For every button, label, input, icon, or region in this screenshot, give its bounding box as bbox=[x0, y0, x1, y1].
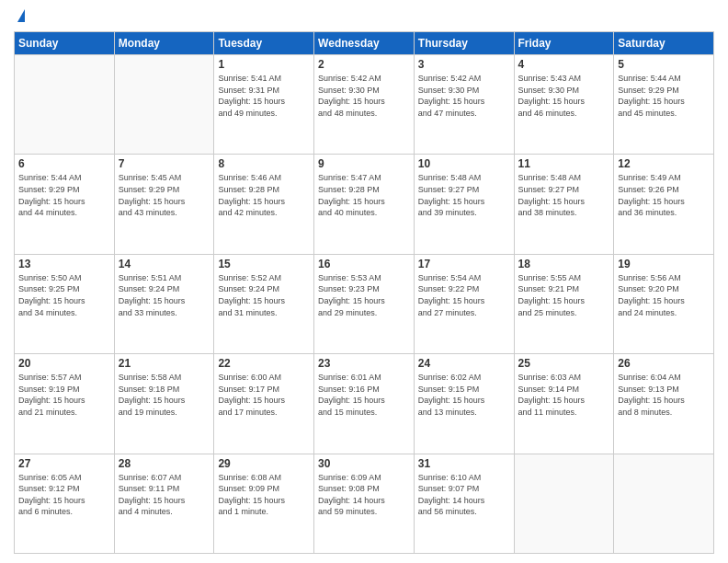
day-info: Sunrise: 5:44 AM Sunset: 9:29 PM Dayligh… bbox=[618, 73, 710, 119]
day-info: Sunrise: 5:57 AM Sunset: 9:19 PM Dayligh… bbox=[18, 372, 110, 418]
day-number: 19 bbox=[618, 258, 710, 270]
day-number: 14 bbox=[119, 258, 210, 270]
day-number: 18 bbox=[518, 258, 610, 270]
day-info: Sunrise: 5:46 AM Sunset: 9:28 PM Dayligh… bbox=[218, 172, 310, 218]
week-row-1: 1Sunrise: 5:41 AM Sunset: 9:31 PM Daylig… bbox=[15, 55, 714, 155]
day-number: 4 bbox=[518, 58, 610, 71]
weekday-header-row: SundayMondayTuesdayWednesdayThursdayFrid… bbox=[15, 32, 714, 55]
day-number: 29 bbox=[218, 457, 310, 470]
calendar-cell: 29Sunrise: 6:08 AM Sunset: 9:09 PM Dayli… bbox=[214, 454, 314, 553]
day-number: 17 bbox=[418, 258, 510, 270]
day-info: Sunrise: 6:09 AM Sunset: 9:08 PM Dayligh… bbox=[318, 472, 410, 518]
day-info: Sunrise: 5:55 AM Sunset: 9:21 PM Dayligh… bbox=[518, 272, 610, 318]
calendar-cell: 16Sunrise: 5:53 AM Sunset: 9:23 PM Dayli… bbox=[314, 254, 415, 353]
calendar-cell: 21Sunrise: 5:58 AM Sunset: 9:18 PM Dayli… bbox=[114, 354, 214, 454]
calendar-cell bbox=[614, 454, 714, 553]
day-info: Sunrise: 5:56 AM Sunset: 9:20 PM Dayligh… bbox=[618, 272, 710, 318]
day-number: 8 bbox=[218, 157, 310, 170]
day-number: 9 bbox=[318, 157, 410, 170]
calendar-cell: 13Sunrise: 5:50 AM Sunset: 9:25 PM Dayli… bbox=[15, 254, 115, 353]
day-number: 11 bbox=[518, 157, 610, 170]
calendar-cell: 15Sunrise: 5:52 AM Sunset: 9:24 PM Dayli… bbox=[214, 254, 314, 353]
day-info: Sunrise: 6:03 AM Sunset: 9:14 PM Dayligh… bbox=[518, 372, 610, 418]
day-number: 2 bbox=[318, 58, 410, 71]
weekday-header-thursday: Thursday bbox=[414, 32, 514, 55]
day-number: 27 bbox=[18, 457, 110, 470]
calendar-cell: 1Sunrise: 5:41 AM Sunset: 9:31 PM Daylig… bbox=[214, 55, 314, 155]
calendar-cell: 8Sunrise: 5:46 AM Sunset: 9:28 PM Daylig… bbox=[214, 155, 314, 254]
weekday-header-friday: Friday bbox=[514, 32, 614, 55]
day-info: Sunrise: 5:47 AM Sunset: 9:28 PM Dayligh… bbox=[318, 172, 410, 218]
calendar-cell: 2Sunrise: 5:42 AM Sunset: 9:30 PM Daylig… bbox=[314, 55, 415, 155]
day-number: 22 bbox=[218, 357, 310, 370]
calendar-cell: 4Sunrise: 5:43 AM Sunset: 9:30 PM Daylig… bbox=[514, 55, 614, 155]
page: SundayMondayTuesdayWednesdayThursdayFrid… bbox=[0, 0, 728, 563]
logo-triangle-icon bbox=[17, 9, 25, 22]
day-number: 10 bbox=[418, 157, 510, 170]
day-info: Sunrise: 5:42 AM Sunset: 9:30 PM Dayligh… bbox=[318, 73, 410, 119]
calendar-cell bbox=[114, 55, 214, 155]
day-number: 28 bbox=[119, 457, 210, 470]
day-info: Sunrise: 5:48 AM Sunset: 9:27 PM Dayligh… bbox=[418, 172, 510, 218]
day-info: Sunrise: 5:43 AM Sunset: 9:30 PM Dayligh… bbox=[518, 73, 610, 119]
day-number: 5 bbox=[618, 58, 710, 71]
calendar-cell: 14Sunrise: 5:51 AM Sunset: 9:24 PM Dayli… bbox=[114, 254, 214, 353]
day-info: Sunrise: 5:41 AM Sunset: 9:31 PM Dayligh… bbox=[218, 73, 310, 119]
weekday-header-monday: Monday bbox=[114, 32, 214, 55]
calendar-cell: 18Sunrise: 5:55 AM Sunset: 9:21 PM Dayli… bbox=[514, 254, 614, 353]
day-number: 15 bbox=[218, 258, 310, 270]
calendar-cell: 6Sunrise: 5:44 AM Sunset: 9:29 PM Daylig… bbox=[15, 155, 115, 254]
weekday-header-tuesday: Tuesday bbox=[214, 32, 314, 55]
day-number: 7 bbox=[119, 157, 210, 170]
day-info: Sunrise: 6:02 AM Sunset: 9:15 PM Dayligh… bbox=[418, 372, 510, 418]
weekday-header-wednesday: Wednesday bbox=[314, 32, 415, 55]
day-info: Sunrise: 6:08 AM Sunset: 9:09 PM Dayligh… bbox=[218, 472, 310, 518]
day-number: 13 bbox=[18, 258, 110, 270]
calendar-cell: 30Sunrise: 6:09 AM Sunset: 9:08 PM Dayli… bbox=[314, 454, 415, 553]
calendar-cell bbox=[514, 454, 614, 553]
calendar-cell: 23Sunrise: 6:01 AM Sunset: 9:16 PM Dayli… bbox=[314, 354, 415, 454]
day-info: Sunrise: 5:54 AM Sunset: 9:22 PM Dayligh… bbox=[418, 272, 510, 318]
week-row-3: 13Sunrise: 5:50 AM Sunset: 9:25 PM Dayli… bbox=[15, 254, 714, 353]
day-info: Sunrise: 6:10 AM Sunset: 9:07 PM Dayligh… bbox=[418, 472, 510, 518]
day-number: 24 bbox=[418, 357, 510, 370]
day-number: 26 bbox=[618, 357, 710, 370]
calendar-cell: 28Sunrise: 6:07 AM Sunset: 9:11 PM Dayli… bbox=[114, 454, 214, 553]
day-info: Sunrise: 6:07 AM Sunset: 9:11 PM Dayligh… bbox=[119, 472, 210, 518]
weekday-header-sunday: Sunday bbox=[15, 32, 115, 55]
weekday-header-saturday: Saturday bbox=[614, 32, 714, 55]
calendar-cell: 10Sunrise: 5:48 AM Sunset: 9:27 PM Dayli… bbox=[414, 155, 514, 254]
day-info: Sunrise: 5:52 AM Sunset: 9:24 PM Dayligh… bbox=[218, 272, 310, 318]
calendar-cell: 12Sunrise: 5:49 AM Sunset: 9:26 PM Dayli… bbox=[614, 155, 714, 254]
day-number: 1 bbox=[218, 58, 310, 71]
calendar-cell: 24Sunrise: 6:02 AM Sunset: 9:15 PM Dayli… bbox=[414, 354, 514, 454]
calendar-cell: 11Sunrise: 5:48 AM Sunset: 9:27 PM Dayli… bbox=[514, 155, 614, 254]
calendar-cell: 26Sunrise: 6:04 AM Sunset: 9:13 PM Dayli… bbox=[614, 354, 714, 454]
week-row-5: 27Sunrise: 6:05 AM Sunset: 9:12 PM Dayli… bbox=[15, 454, 714, 553]
day-info: Sunrise: 5:44 AM Sunset: 9:29 PM Dayligh… bbox=[18, 172, 110, 218]
calendar-cell: 9Sunrise: 5:47 AM Sunset: 9:28 PM Daylig… bbox=[314, 155, 415, 254]
day-info: Sunrise: 5:42 AM Sunset: 9:30 PM Dayligh… bbox=[418, 73, 510, 119]
day-info: Sunrise: 6:05 AM Sunset: 9:12 PM Dayligh… bbox=[18, 472, 110, 518]
calendar-cell: 3Sunrise: 5:42 AM Sunset: 9:30 PM Daylig… bbox=[414, 55, 514, 155]
day-info: Sunrise: 5:53 AM Sunset: 9:23 PM Dayligh… bbox=[318, 272, 410, 318]
day-number: 3 bbox=[418, 58, 510, 71]
day-info: Sunrise: 5:51 AM Sunset: 9:24 PM Dayligh… bbox=[119, 272, 210, 318]
calendar-cell: 17Sunrise: 5:54 AM Sunset: 9:22 PM Dayli… bbox=[414, 254, 514, 353]
calendar-cell: 25Sunrise: 6:03 AM Sunset: 9:14 PM Dayli… bbox=[514, 354, 614, 454]
calendar-cell bbox=[15, 55, 115, 155]
day-number: 12 bbox=[618, 157, 710, 170]
day-info: Sunrise: 5:50 AM Sunset: 9:25 PM Dayligh… bbox=[18, 272, 110, 318]
day-info: Sunrise: 5:48 AM Sunset: 9:27 PM Dayligh… bbox=[518, 172, 610, 218]
day-info: Sunrise: 5:58 AM Sunset: 9:18 PM Dayligh… bbox=[119, 372, 210, 418]
header bbox=[14, 9, 714, 24]
calendar-table: SundayMondayTuesdayWednesdayThursdayFrid… bbox=[14, 31, 714, 554]
day-info: Sunrise: 6:00 AM Sunset: 9:17 PM Dayligh… bbox=[218, 372, 310, 418]
calendar-cell: 20Sunrise: 5:57 AM Sunset: 9:19 PM Dayli… bbox=[15, 354, 115, 454]
calendar-cell: 22Sunrise: 6:00 AM Sunset: 9:17 PM Dayli… bbox=[214, 354, 314, 454]
day-info: Sunrise: 6:01 AM Sunset: 9:16 PM Dayligh… bbox=[318, 372, 410, 418]
calendar-cell: 5Sunrise: 5:44 AM Sunset: 9:29 PM Daylig… bbox=[614, 55, 714, 155]
day-number: 23 bbox=[318, 357, 410, 370]
day-number: 21 bbox=[119, 357, 210, 370]
week-row-2: 6Sunrise: 5:44 AM Sunset: 9:29 PM Daylig… bbox=[15, 155, 714, 254]
